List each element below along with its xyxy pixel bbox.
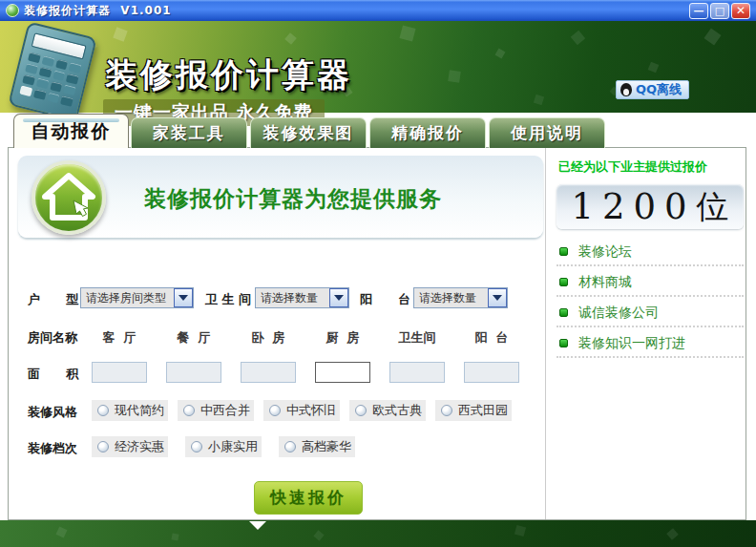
tab-precise-quote[interactable]: 精确报价 <box>369 117 486 148</box>
link-label: 诚信装修公司 <box>578 305 659 322</box>
balcony-label: 阳 台 <box>360 291 410 308</box>
confetti <box>534 95 544 105</box>
chevron-down-icon[interactable] <box>174 288 193 307</box>
grade-option-comfortable[interactable]: 小康实用 <box>185 436 262 457</box>
area-row-label: 面 积 <box>28 366 78 383</box>
confetti <box>284 32 297 45</box>
tab-home-tools[interactable]: 家装工具 <box>131 117 247 148</box>
tab-label: 精确报价 <box>391 122 464 144</box>
radio-icon[interactable] <box>441 405 452 416</box>
counter-box: 1200 位 <box>556 184 744 229</box>
area-input-kitchen[interactable] <box>315 362 370 383</box>
confetti <box>399 25 415 41</box>
grade-option-economy[interactable]: 经济实惠 <box>92 436 168 457</box>
link-renovation-knowledge[interactable]: 装修知识一网打进 <box>556 330 744 358</box>
tab-label: 自动报价 <box>32 119 112 144</box>
style-option-east-west[interactable]: 中西合并 <box>178 400 254 421</box>
bathroom-count-value: 请选择数量 <box>256 288 329 307</box>
room-type-value: 请选择房间类型 <box>81 288 174 307</box>
style-option-european-classic[interactable]: 欧式古典 <box>349 400 426 421</box>
calculator-keys <box>19 53 81 107</box>
window-title: 装修报价计算器 V1.001 <box>24 3 172 19</box>
grade-option-luxury[interactable]: 高档豪华 <box>279 436 355 457</box>
app-icon <box>6 4 19 17</box>
maximize-button[interactable]: □ <box>710 3 729 19</box>
tab-label: 装修效果图 <box>263 122 354 144</box>
room-name-kitchen: 厨 房 <box>315 329 370 347</box>
hero-banner: 装修报价计算器为您提供服务 <box>18 156 543 238</box>
app-window: 装修报价计算器 V1.001 — □ ✕ 装修报价计算器 一键一家出品 永久免费… <box>0 0 756 547</box>
rooms-row-label: 房间名称 <box>28 329 77 347</box>
area-input-dining[interactable] <box>166 362 221 383</box>
link-renovation-forum[interactable]: 装修论坛 <box>556 239 744 266</box>
tab-renovation-gallery[interactable]: 装修效果图 <box>250 117 367 148</box>
house-type-label: 户 型 <box>28 291 78 308</box>
sidebar: 已经为以下业主提供过报价 1200 位 装修论坛 材料商城 诚信装修公司 <box>556 156 744 358</box>
close-button[interactable]: ✕ <box>731 3 750 19</box>
confetti <box>495 49 506 59</box>
confetti <box>313 530 324 540</box>
radio-icon[interactable] <box>97 441 109 452</box>
chevron-down-icon[interactable] <box>488 288 507 307</box>
confetti <box>56 527 68 538</box>
room-name-balcony: 阳 台 <box>464 329 519 347</box>
home-circle-button[interactable] <box>32 160 106 235</box>
balcony-count-value: 请选择数量 <box>414 288 488 307</box>
link-trusted-companies[interactable]: 诚信装修公司 <box>556 300 744 327</box>
radio-icon[interactable] <box>269 405 281 416</box>
bathroom-count-select[interactable]: 请选择数量 <box>255 287 349 308</box>
bullet-icon <box>559 247 568 256</box>
window-controls: — □ ✕ <box>689 3 752 19</box>
balcony-count-select[interactable]: 请选择数量 <box>413 287 508 308</box>
radio-icon[interactable] <box>97 405 109 416</box>
radio-icon[interactable] <box>355 405 367 416</box>
area-input-balcony[interactable] <box>464 362 519 383</box>
link-materials-mall[interactable]: 材料商城 <box>556 269 744 297</box>
style-option-label: 中式怀旧 <box>286 402 336 419</box>
room-name-bedroom: 卧 房 <box>241 329 296 347</box>
quick-quote-button[interactable]: 快速报价 <box>254 481 363 515</box>
qq-status-badge[interactable]: QQ离线 <box>616 80 689 99</box>
area-input-living[interactable] <box>92 362 147 383</box>
panel-notch <box>249 521 266 530</box>
footer-banner <box>0 520 756 547</box>
radio-icon[interactable] <box>183 405 195 416</box>
style-option-western-pastoral[interactable]: 西式田园 <box>435 400 512 421</box>
area-input-bedroom[interactable] <box>241 362 296 383</box>
confetti <box>113 27 127 41</box>
bullet-icon <box>559 308 568 317</box>
tab-label: 家装工具 <box>153 122 225 144</box>
grade-option-label: 小康实用 <box>208 438 258 455</box>
confetti <box>514 525 526 536</box>
bullet-icon <box>559 278 568 286</box>
confetti <box>648 62 660 74</box>
bullet-icon <box>559 339 568 347</box>
room-name-bathroom: 卫生间 <box>389 329 445 347</box>
sidebar-heading: 已经为以下业主提供过报价 <box>558 158 744 176</box>
house-icon <box>39 168 98 227</box>
style-option-label: 现代简约 <box>115 402 164 419</box>
vertical-divider <box>545 148 546 519</box>
room-type-select[interactable]: 请选择房间类型 <box>80 287 194 308</box>
style-option-chinese-retro[interactable]: 中式怀旧 <box>263 400 340 421</box>
style-option-modern[interactable]: 现代简约 <box>92 400 168 421</box>
style-row-label: 装修风格 <box>28 404 77 421</box>
grade-option-label: 高档豪华 <box>302 438 351 455</box>
link-label: 材料商城 <box>578 274 632 291</box>
minimize-button[interactable]: — <box>689 3 708 19</box>
confetti <box>666 528 679 540</box>
area-input-bathroom[interactable] <box>389 362 445 383</box>
qq-penguin-icon <box>620 83 632 96</box>
radio-icon[interactable] <box>191 441 202 452</box>
content-panel: 装修报价计算器为您提供服务 户 型 请选择房间类型 卫 生 间 请选择数量 阳 … <box>8 147 746 520</box>
style-option-label: 西式田园 <box>458 402 508 419</box>
confetti <box>171 533 178 540</box>
chevron-down-icon[interactable] <box>329 288 348 307</box>
room-name-dining: 餐 厅 <box>166 329 221 347</box>
link-label: 装修知识一网打进 <box>578 335 685 352</box>
style-option-label: 中西合并 <box>200 402 250 419</box>
tab-user-guide[interactable]: 使用说明 <box>489 117 605 148</box>
tab-auto-quote[interactable]: 自动报价 <box>13 114 129 148</box>
radio-icon[interactable] <box>284 441 296 452</box>
counter-unit: 位 <box>697 185 729 229</box>
